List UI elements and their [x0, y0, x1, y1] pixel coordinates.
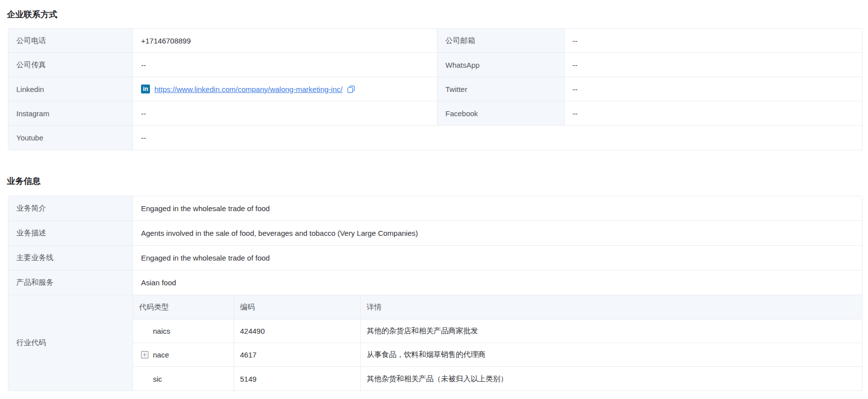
field-value-business-summary: Engaged in the wholesale trade of food	[133, 196, 862, 221]
table-row: 公司电话 +17146708899 公司邮箱 --	[8, 29, 862, 53]
table-row: 业务描述 Agents involved in the sale of food…	[8, 221, 862, 246]
contact-section-title: 企业联系方式	[7, 10, 863, 20]
column-header-detail: 详情	[361, 295, 862, 319]
field-label-industry-codes: 行业代码	[8, 295, 133, 391]
field-value-business-description: Agents involved in the sale of food, bev…	[133, 221, 862, 245]
field-label-facebook: Facebook	[437, 101, 565, 125]
linkedin-icon: in	[141, 85, 150, 93]
field-value-facebook: --	[565, 101, 862, 125]
column-header-code: 编码	[234, 295, 361, 319]
field-label-email: 公司邮箱	[437, 29, 565, 52]
business-table: 业务简介 Engaged in the wholesale trade of f…	[8, 196, 863, 391]
code-type-text: naics	[153, 327, 170, 335]
industry-code-row-naics: naics 424490 其他的杂货店和相关产品商家批发	[133, 319, 862, 343]
field-label-business-description: 业务描述	[8, 221, 133, 245]
code-type-cell: naics	[133, 319, 234, 343]
field-value-products-services: Asian food	[133, 270, 862, 295]
code-value-cell: 424490	[234, 319, 361, 343]
contact-section: 企业联系方式 公司电话 +17146708899 公司邮箱 -- 公司传真 --…	[8, 10, 863, 150]
industry-codes-table: 代码类型 编码 详情 naics 4	[133, 295, 862, 391]
linkedin-url-link[interactable]: https://www.linkedin.com/company/walong-…	[154, 85, 342, 93]
column-header-code-type: 代码类型	[133, 295, 234, 319]
field-label-main-business-line: 主要业务线	[8, 246, 133, 270]
industry-code-row-sic: sic 5149 其他杂货和相关产品（未被归入以上类别）	[133, 367, 862, 391]
field-label-products-services: 产品和服务	[8, 270, 133, 295]
field-value-email: --	[565, 29, 862, 52]
code-detail-cell: 其他杂货和相关产品（未被归入以上类别）	[361, 367, 862, 391]
code-type-cell: nace	[133, 343, 234, 366]
industry-codes-row: 行业代码 代码类型 编码 详情	[8, 295, 862, 391]
field-label-whatsapp: WhatsApp	[437, 53, 565, 77]
field-value-whatsapp: --	[565, 53, 862, 77]
empty-cell	[437, 126, 862, 150]
field-value-instagram: --	[133, 101, 437, 125]
field-value-youtube: --	[133, 126, 437, 150]
code-value-cell: 4617	[234, 343, 361, 366]
code-value-cell: 5149	[234, 367, 361, 391]
table-row: Youtube --	[8, 126, 862, 150]
copy-icon[interactable]	[347, 85, 355, 93]
table-row: 公司传真 -- WhatsApp --	[8, 53, 862, 77]
field-value-phone: +17146708899	[133, 29, 437, 52]
expand-icon[interactable]	[140, 351, 149, 359]
code-type-text: nace	[153, 351, 169, 359]
field-value-fax: --	[133, 53, 437, 77]
table-row: Instagram -- Facebook --	[8, 101, 862, 126]
field-value-linkedin: in https://www.linkedin.com/company/walo…	[133, 77, 437, 101]
table-row: 主要业务线 Engaged in the wholesale trade of …	[8, 246, 862, 270]
field-label-phone: 公司电话	[8, 29, 133, 52]
code-detail-cell: 从事食品，饮料和烟草销售的代理商	[361, 343, 862, 366]
expand-placeholder	[140, 374, 149, 383]
expand-placeholder	[140, 327, 149, 336]
company-profile-page: 企业联系方式 公司电话 +17146708899 公司邮箱 -- 公司传真 --…	[0, 0, 868, 391]
field-label-twitter: Twitter	[437, 77, 565, 101]
industry-codes-header: 代码类型 编码 详情	[133, 295, 862, 319]
field-value-twitter: --	[565, 77, 862, 101]
code-type-text: sic	[153, 375, 162, 383]
industry-code-row-nace: nace 4617 从事食品，饮料和烟草销售的代理商	[133, 343, 862, 367]
table-row: 业务简介 Engaged in the wholesale trade of f…	[8, 196, 862, 221]
contact-table: 公司电话 +17146708899 公司邮箱 -- 公司传真 -- WhatsA…	[8, 28, 863, 150]
table-row: 产品和服务 Asian food	[8, 270, 862, 295]
field-value-main-business-line: Engaged in the wholesale trade of food	[133, 246, 862, 270]
field-label-fax: 公司传真	[8, 53, 133, 77]
code-detail-cell: 其他的杂货店和相关产品商家批发	[361, 319, 862, 343]
business-section: 业务信息 业务简介 Engaged in the wholesale trade…	[8, 177, 863, 391]
field-label-instagram: Instagram	[8, 101, 133, 125]
field-label-business-summary: 业务简介	[8, 196, 133, 221]
table-row: Linkedin in https://www.linkedin.com/com…	[8, 77, 862, 101]
business-section-title: 业务信息	[7, 177, 863, 186]
code-type-cell: sic	[133, 367, 234, 391]
field-label-linkedin: Linkedin	[8, 77, 133, 101]
field-label-youtube: Youtube	[8, 126, 133, 150]
